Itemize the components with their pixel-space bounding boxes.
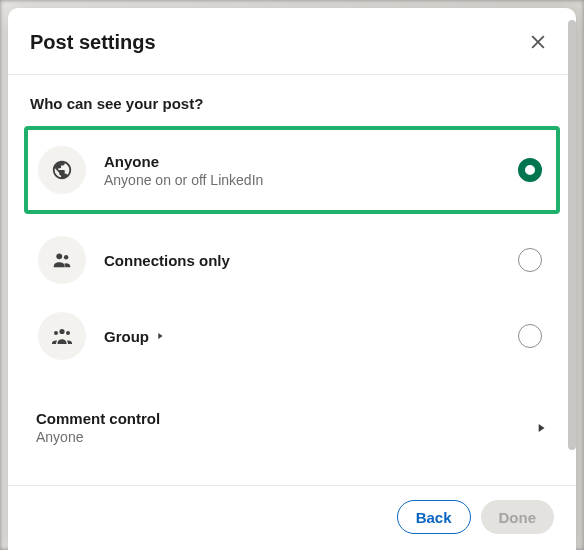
modal-body: Who can see your post? Anyone Anyone on … bbox=[8, 75, 576, 485]
close-button[interactable] bbox=[522, 26, 554, 58]
option-text: Connections only bbox=[104, 252, 518, 269]
option-text: Group bbox=[104, 328, 518, 345]
visibility-option-connections[interactable]: Connections only bbox=[30, 222, 554, 298]
comment-control-title: Comment control bbox=[36, 410, 160, 427]
section-heading: Who can see your post? bbox=[30, 95, 554, 112]
comment-control-row[interactable]: Comment control Anyone bbox=[30, 390, 554, 461]
visibility-option-group[interactable]: Group bbox=[30, 298, 554, 374]
svg-point-4 bbox=[59, 329, 64, 334]
option-text: Anyone Anyone on or off LinkedIn bbox=[104, 153, 518, 188]
modal-title: Post settings bbox=[30, 31, 156, 54]
svg-point-6 bbox=[66, 331, 70, 335]
svg-point-5 bbox=[54, 331, 58, 335]
comment-control-text: Comment control Anyone bbox=[36, 410, 160, 445]
highlight-box: Anyone Anyone on or off LinkedIn bbox=[24, 126, 560, 214]
svg-point-2 bbox=[56, 253, 62, 259]
svg-point-3 bbox=[64, 255, 68, 259]
done-button[interactable]: Done bbox=[481, 500, 555, 534]
globe-icon bbox=[38, 146, 86, 194]
modal-footer: Back Done bbox=[8, 485, 576, 550]
two-people-icon bbox=[38, 236, 86, 284]
chevron-right-icon bbox=[155, 331, 165, 341]
chevron-right-icon bbox=[534, 421, 548, 435]
close-icon bbox=[528, 32, 548, 52]
option-title: Anyone bbox=[104, 153, 518, 170]
option-title: Group bbox=[104, 328, 149, 345]
radio-connections[interactable] bbox=[518, 248, 542, 272]
modal-header: Post settings bbox=[8, 8, 576, 75]
radio-group[interactable] bbox=[518, 324, 542, 348]
visibility-option-anyone[interactable]: Anyone Anyone on or off LinkedIn bbox=[30, 132, 554, 208]
option-title: Connections only bbox=[104, 252, 518, 269]
post-settings-modal: Post settings Who can see your post? Any… bbox=[8, 8, 576, 550]
back-button[interactable]: Back bbox=[397, 500, 471, 534]
radio-anyone[interactable] bbox=[518, 158, 542, 182]
scrollbar[interactable] bbox=[568, 20, 576, 450]
option-subtitle: Anyone on or off LinkedIn bbox=[104, 172, 518, 188]
comment-control-value: Anyone bbox=[36, 429, 160, 445]
three-people-icon bbox=[38, 312, 86, 360]
